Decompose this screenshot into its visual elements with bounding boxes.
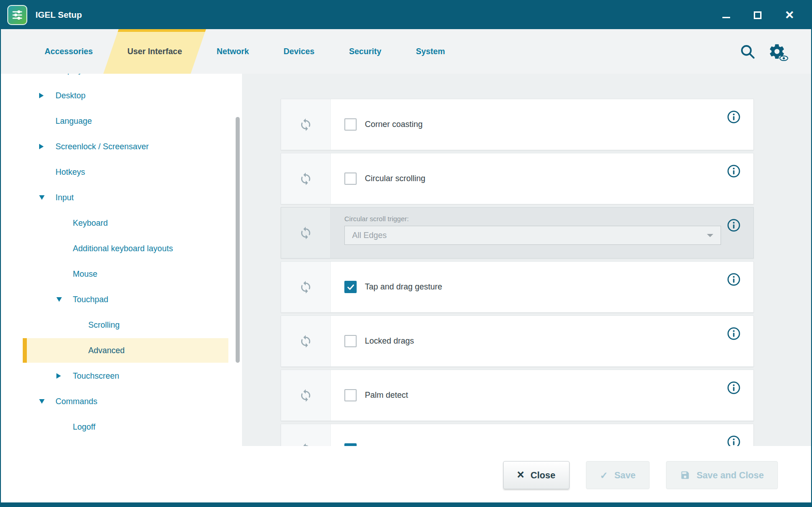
setting-row-circular-scroll-trigger: Circular scroll trigger: All Edges (281, 207, 754, 259)
chevron-down-icon (39, 399, 45, 404)
sidebar-item-desktop[interactable]: Desktop (1, 83, 242, 108)
window-controls (722, 9, 794, 21)
sidebar-scrollbar[interactable] (236, 117, 240, 363)
circular-scroll-trigger-select[interactable]: All Edges (344, 226, 721, 245)
select-value: All Edges (352, 231, 387, 240)
tab-system[interactable]: System (398, 29, 462, 74)
tab-security[interactable]: Security (332, 29, 398, 74)
reset-icon[interactable] (281, 370, 331, 421)
reset-icon[interactable] (281, 208, 331, 258)
setting-row-locked-drags: Locked drags (281, 315, 754, 367)
setting-row-tap-and-drag-gesture: Tap and drag gesture (281, 261, 754, 313)
locked-drags-checkbox[interactable]: Locked drags (344, 335, 414, 347)
sidebar-item-touchpad[interactable]: Touchpad (1, 287, 242, 312)
tab-bar: Accessories User Interface Network Devic… (1, 29, 811, 74)
tab-accessories[interactable]: Accessories (27, 29, 110, 74)
eye-icon (779, 56, 788, 61)
sidebar-item-touchscreen[interactable]: Touchscreen (1, 363, 242, 389)
reset-icon[interactable] (281, 99, 331, 150)
checkbox-box (344, 389, 357, 401)
sidebar-item-advanced[interactable]: Advanced (23, 338, 228, 363)
sidebar-item-language[interactable]: Language (1, 108, 242, 134)
sidebar-tree: Display Desktop Language Screenlock / Sc… (1, 74, 242, 446)
tap-and-drag-gesture-checkbox[interactable]: Tap and drag gesture (344, 281, 442, 293)
setting-row-palm-detect: Palm detect (281, 370, 754, 421)
tabbar-tools (739, 29, 811, 74)
checkbox-box (344, 281, 357, 293)
sidebar-item-screenlock-screensaver[interactable]: Screenlock / Screensaver (1, 134, 242, 159)
tab-network[interactable]: Network (199, 29, 266, 74)
checkbox-box (344, 172, 357, 185)
sidebar-item-input[interactable]: Input (1, 185, 242, 210)
setup-config-gear-eye-icon[interactable] (768, 43, 786, 60)
sidebar-item-additional-keyboard-layouts[interactable]: Additional keyboard layouts (1, 236, 242, 261)
chevron-down-icon (56, 297, 62, 302)
info-icon[interactable] (727, 110, 741, 124)
reset-icon[interactable] (281, 153, 331, 204)
chevron-right-icon (56, 373, 61, 379)
setting-row-partial (281, 424, 754, 446)
sidebar-item-hotkeys[interactable]: Hotkeys (1, 159, 242, 185)
info-icon[interactable] (727, 273, 741, 286)
sidebar-item-display[interactable]: Display (1, 74, 242, 83)
info-icon[interactable] (727, 327, 741, 340)
settings-panel: Corner coasting Circular scrolling (242, 74, 811, 446)
checkbox-box (344, 335, 357, 347)
circular-scrolling-checkbox[interactable]: Circular scrolling (344, 172, 425, 185)
info-icon[interactable] (727, 218, 741, 232)
palm-detect-checkbox[interactable]: Palm detect (344, 389, 408, 401)
setting-row-circular-scrolling: Circular scrolling (281, 153, 754, 204)
sidebar-list: Display Desktop Language Screenlock / Sc… (1, 74, 242, 440)
checkbox-box (344, 118, 357, 131)
window-bottom-accent (1, 502, 811, 506)
reset-icon[interactable] (281, 262, 331, 312)
close-icon (785, 9, 794, 21)
sidebar-item-commands[interactable]: Commands (1, 389, 242, 414)
chevron-right-icon (39, 144, 44, 149)
reset-icon[interactable] (281, 424, 331, 446)
check-icon (600, 471, 608, 480)
floppy-disk-icon (680, 470, 690, 480)
igel-setup-window: IGEL Setup Accessories User Interface Ne… (0, 0, 812, 507)
info-icon[interactable] (727, 381, 741, 395)
window-title: IGEL Setup (35, 10, 82, 20)
minimize-icon (722, 17, 730, 18)
minimize-button[interactable] (722, 12, 730, 18)
circular-scroll-trigger-label: Circular scroll trigger: (344, 215, 753, 223)
footer-bar: Close Save Save and Close (1, 446, 811, 504)
maximize-icon (754, 11, 762, 19)
sidebar-item-keyboard[interactable]: Keyboard (1, 210, 242, 236)
info-icon[interactable] (727, 164, 741, 178)
maximize-button[interactable] (754, 11, 762, 19)
save-button[interactable]: Save (586, 461, 650, 489)
chevron-down-icon (707, 234, 713, 240)
tab-user-interface[interactable]: User Interface (110, 29, 199, 74)
search-icon[interactable] (739, 43, 756, 60)
igel-logo-icon (7, 5, 27, 25)
close-button[interactable]: Close (503, 461, 570, 489)
sidebar-item-scrolling[interactable]: Scrolling (1, 312, 242, 338)
titlebar: IGEL Setup (1, 1, 811, 29)
chevron-right-icon (39, 93, 44, 98)
info-icon[interactable] (727, 435, 741, 446)
sidebar-item-logoff[interactable]: Logoff (1, 414, 242, 440)
close-window-button[interactable] (785, 9, 794, 21)
corner-coasting-checkbox[interactable]: Corner coasting (344, 118, 423, 131)
setting-row-corner-coasting: Corner coasting (281, 99, 754, 150)
chevron-down-icon (39, 195, 45, 200)
reset-icon[interactable] (281, 316, 331, 366)
tab-devices[interactable]: Devices (266, 29, 332, 74)
sidebar-item-mouse[interactable]: Mouse (1, 261, 242, 287)
close-x-icon (517, 470, 525, 480)
save-and-close-button[interactable]: Save and Close (666, 461, 778, 489)
